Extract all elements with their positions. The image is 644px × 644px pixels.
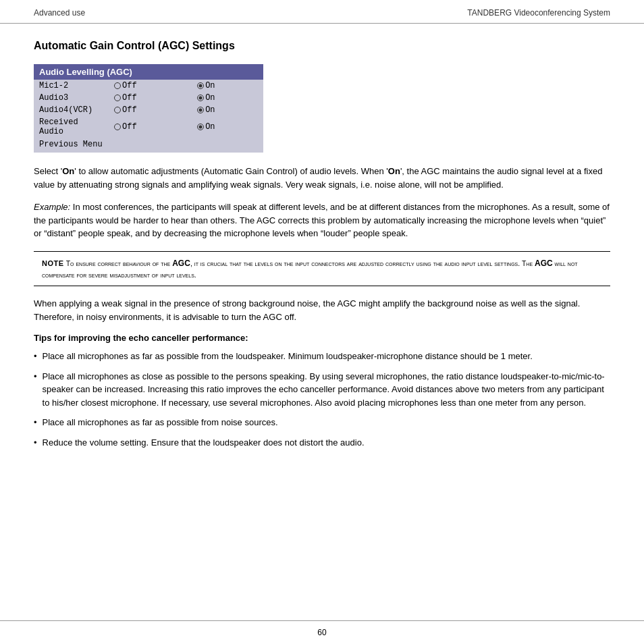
page-content: Automatic Gain Control (AGC) Settings Au… (0, 24, 644, 476)
agc-row: Audio3OffOn (34, 92, 263, 104)
header-right: TANDBERG Videoconferencing System (467, 8, 610, 18)
off-label: Off (122, 81, 137, 90)
agc-settings-table: Audio Levelling (AGC) Mic1-2OffOnAudio3O… (34, 64, 263, 153)
agc-row-label: Audio4(VCR) (34, 104, 111, 116)
previous-menu-label[interactable]: Previous Menu (34, 138, 263, 153)
agc-on-option[interactable]: On (194, 116, 263, 138)
radio-on-circle (197, 107, 204, 113)
bullet-item: Place all microphones as close as possib… (34, 370, 610, 410)
agc-row: Audio4(VCR)OffOn (34, 104, 263, 116)
agc-off-option[interactable]: Off (111, 116, 194, 138)
radio-on-circle (197, 124, 204, 130)
page-title: Automatic Gain Control (AGC) Settings (34, 40, 610, 52)
bullet-item: Place all microphones as far as possible… (34, 350, 610, 363)
off-label: Off (122, 93, 137, 103)
agc-on-option[interactable]: On (194, 104, 263, 116)
agc-previous-menu-row[interactable]: Previous Menu (34, 138, 263, 153)
radio-off-circle (114, 124, 121, 130)
agc-off-option[interactable]: Off (111, 92, 194, 104)
agc-row: Received AudioOffOn (34, 116, 263, 138)
paragraph-2: Example: In most conferences, the partic… (34, 200, 610, 240)
note-box: NOTE To ensure correct behaviour of the … (34, 251, 610, 287)
on-label: On (205, 122, 215, 132)
p2-italic: Example: (34, 202, 70, 212)
note-body: To ensure correct behaviour of the AGC, … (42, 259, 578, 279)
header-left: Advanced use (34, 8, 85, 18)
page-header: Advanced use TANDBERG Videoconferencing … (0, 0, 644, 24)
bullet-item: Place all microphones as far as possible… (34, 416, 610, 429)
agc-off-option[interactable]: Off (111, 104, 194, 116)
off-label: Off (122, 122, 137, 132)
tips-title: Tips for improving the echo canceller pe… (34, 333, 610, 343)
page: Advanced use TANDBERG Videoconferencing … (0, 0, 644, 644)
radio-on-circle (197, 82, 204, 89)
p1-text-mid: ' to allow automatic adjustments (Automa… (74, 166, 388, 176)
note-agc1: AGC (172, 259, 190, 268)
p1-text-before: Select ' (34, 166, 62, 176)
agc-table-header: Audio Levelling (AGC) (34, 64, 263, 80)
agc-table-body: Mic1-2OffOnAudio3OffOnAudio4(VCR)OffOnRe… (34, 80, 263, 153)
page-number: 60 (317, 628, 326, 637)
on-label: On (205, 105, 215, 115)
bullet-item: Reduce the volume setting. Ensure that t… (34, 436, 610, 450)
agc-row: Mic1-2OffOn (34, 80, 263, 92)
radio-off-circle (114, 82, 121, 89)
note-agc2: AGC (535, 259, 553, 268)
agc-off-option[interactable]: Off (111, 80, 194, 92)
radio-off-circle (114, 107, 121, 113)
paragraph-1: Select 'On' to allow automatic adjustmen… (34, 165, 610, 191)
agc-on-option[interactable]: On (194, 92, 263, 104)
radio-off-circle (114, 95, 121, 101)
off-label: Off (122, 105, 137, 115)
note-text: To ensure correct behaviour of the AGC, … (42, 259, 578, 279)
agc-row-label: Received Audio (34, 116, 111, 138)
bullet-list: Place all microphones as far as possible… (34, 350, 610, 449)
paragraph-3: When applying a weak signal in the prese… (34, 297, 610, 323)
agc-on-option[interactable]: On (194, 80, 263, 92)
on-label: On (205, 93, 215, 103)
p1-bold-on: On (62, 166, 74, 176)
radio-on-circle (197, 95, 204, 101)
agc-row-label: Mic1-2 (34, 80, 111, 92)
p2-text: In most conferences, the participants wi… (34, 202, 610, 238)
page-footer: 60 (0, 620, 644, 644)
note-label: NOTE (42, 259, 64, 267)
agc-row-label: Audio3 (34, 92, 111, 104)
on-label: On (205, 81, 215, 90)
p1-bold-on2: On (388, 166, 400, 176)
